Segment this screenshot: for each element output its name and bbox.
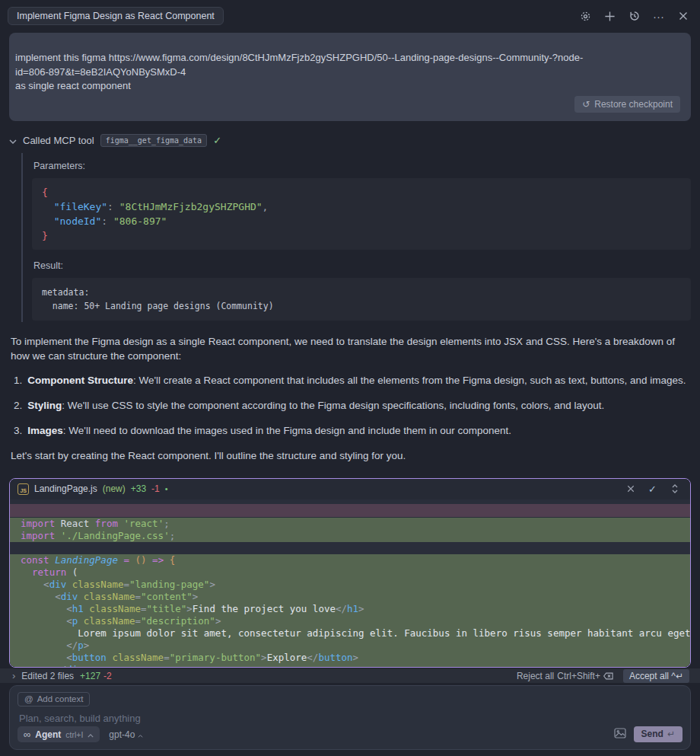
chevron-down-icon xyxy=(9,135,17,146)
chevron-right-icon: › xyxy=(12,670,15,681)
mcp-tool-title: Called MCP tool xyxy=(23,135,94,146)
result-code-block: metadata: name: 50+ Landing page designs… xyxy=(32,278,691,321)
add-context-button[interactable]: @ Add context xyxy=(18,692,90,707)
unsaved-dot: • xyxy=(165,484,168,493)
review-bar: › Edited 2 files +127 -2 Reject all Ctrl… xyxy=(0,668,700,683)
parameters-label: Parameters: xyxy=(33,161,691,171)
diff-file-status: (new) xyxy=(103,483,126,494)
assistant-message: To implement the Figma design as a singl… xyxy=(11,334,689,473)
composer-toolbar: ∞ Agent ctrl+I gpt-4o Send ↵ xyxy=(18,726,682,742)
assistant-panel: Implement Figma Design as React Componen… xyxy=(0,0,700,756)
accept-file-check-icon[interactable]: ✓ xyxy=(646,483,659,496)
chevron-up-icon xyxy=(138,729,143,740)
agent-mode-selector[interactable]: ∞ Agent ctrl+I xyxy=(18,726,100,742)
history-icon[interactable] xyxy=(628,10,641,23)
new-chat-plus-icon[interactable] xyxy=(603,10,616,23)
parameters-code-block: { "fileKey": "8CtHJmMzFjzb2gySHZPGHD", "… xyxy=(32,178,691,250)
restore-checkpoint-button[interactable]: ↺ Restore checkpoint xyxy=(574,96,680,113)
model-selector[interactable]: gpt-4o xyxy=(109,729,143,740)
expand-collapse-icon[interactable] xyxy=(668,483,681,496)
user-message-text: implement this figma https://www.figma.c… xyxy=(15,51,597,79)
deleted-line-strip xyxy=(10,504,690,517)
composer-right-actions: Send ↵ xyxy=(614,726,682,742)
accept-all-button[interactable]: Accept all ^↵ xyxy=(623,669,689,683)
result-label: Result: xyxy=(33,260,691,271)
review-removed-count: -2 xyxy=(103,671,112,681)
diff-header-actions: ✓ xyxy=(624,483,681,496)
edited-files-summary[interactable]: › Edited 2 files +127 -2 xyxy=(12,670,112,681)
backspace-icon xyxy=(603,672,613,680)
diff-filename[interactable]: LandingPage.js xyxy=(34,483,97,494)
code-diff-card: JS LandingPage.js (new) +33 -1 • ✓ impor… xyxy=(9,478,691,668)
mcp-tool-body: Parameters: { "fileKey": "8CtHJmMzFjzb2g… xyxy=(21,153,691,322)
attach-image-icon[interactable] xyxy=(614,728,626,742)
infinity-icon: ∞ xyxy=(24,729,30,740)
review-actions: Reject all Ctrl+Shift+ Accept all ^↵ xyxy=(517,669,689,683)
added-code-lines: import React from 'react';import './Land… xyxy=(10,518,690,668)
success-check-icon: ✓ xyxy=(213,135,221,146)
settings-gear-icon[interactable] xyxy=(579,10,592,23)
reject-all-button[interactable]: Reject all Ctrl+Shift+ xyxy=(517,671,613,681)
diff-added-count: +33 xyxy=(131,483,146,494)
send-button[interactable]: Send ↵ xyxy=(634,726,682,742)
mcp-tool-name-badge: figma__get_figma_data xyxy=(100,134,207,147)
panel-header: Implement Figma Design as React Componen… xyxy=(0,0,700,29)
more-options-icon[interactable]: ··· xyxy=(652,10,665,23)
user-message-card: implement this figma https://www.figma.c… xyxy=(9,33,691,121)
composer-input[interactable]: Plan, search, build anything xyxy=(19,713,681,726)
chevron-up-icon xyxy=(88,729,94,740)
diff-code-area[interactable]: import React from 'react';import './Land… xyxy=(10,499,690,668)
diff-removed-count: -1 xyxy=(151,483,160,494)
undo-icon: ↺ xyxy=(582,99,590,110)
composer: @ Add context Plan, search, build anythi… xyxy=(9,685,691,750)
javascript-file-icon: JS xyxy=(18,483,29,495)
diff-header: JS LandingPage.js (new) +33 -1 • ✓ xyxy=(10,479,690,499)
mcp-tool-header[interactable]: Called MCP tool figma__get_figma_data ✓ xyxy=(8,134,691,147)
assistant-intro-paragraph: To implement the Figma design as a singl… xyxy=(11,334,689,363)
user-message-text-line2: as single react component xyxy=(15,79,682,94)
assistant-outro-paragraph: Let's start by creating the React compon… xyxy=(11,448,689,463)
list-item: 1.Component Structure: We'll create a Re… xyxy=(14,373,689,388)
reject-file-x-icon[interactable] xyxy=(624,483,637,496)
close-panel-icon[interactable] xyxy=(676,10,689,23)
at-sign-icon: @ xyxy=(24,694,33,703)
review-added-count: +127 xyxy=(80,671,100,681)
mcp-tool-call: Called MCP tool figma__get_figma_data ✓ … xyxy=(8,134,691,322)
list-item: 3.Images: We'll need to download the ima… xyxy=(14,423,689,438)
header-actions: ··· xyxy=(579,10,689,23)
return-key-icon: ↵ xyxy=(667,729,675,739)
chat-title-tab[interactable]: Implement Figma Design as React Componen… xyxy=(8,7,224,25)
list-item: 2.Styling: We'll use CSS to style the co… xyxy=(14,398,689,413)
